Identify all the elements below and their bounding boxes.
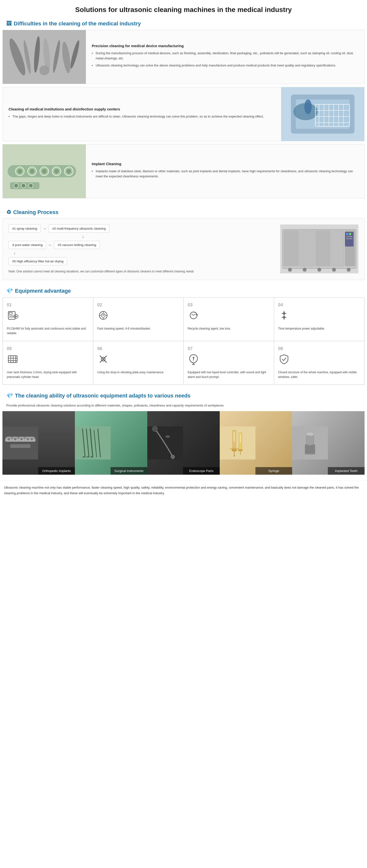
difficulty-heading-3: Implant Cleaning — [92, 162, 359, 166]
teeth-image: Implanted Teeth — [292, 411, 365, 475]
adv-num-4: 04 — [278, 303, 283, 308]
svg-point-112 — [90, 456, 93, 458]
adv-icon-6 — [97, 353, 109, 367]
cleaning-ability-desc: Provide professional ultrasonic cleaning… — [2, 402, 365, 411]
cleaning-ability-title: 💎 The cleaning ability of ultrasonic equ… — [2, 390, 365, 402]
ability-img-endoscope: Endoscope Parts — [147, 411, 220, 475]
ortho-label: Orthopedic Implants — [38, 467, 75, 475]
svg-point-36 — [66, 169, 71, 174]
svg-point-88 — [193, 357, 194, 359]
adv-icon-8 — [278, 353, 290, 367]
difficulty-row-1: Precision cleaning for medical device ma… — [2, 30, 365, 84]
teeth-label: Implanted Teeth — [328, 467, 365, 475]
adv-text-3: Recycle cleaning agent, low loss. — [188, 327, 231, 331]
difficulties-section-title: 🖼 Difficulties in the cleaning of the me… — [2, 18, 365, 30]
process-machine — [280, 224, 359, 274]
svg-rect-129 — [305, 444, 315, 455]
svg-point-40 — [29, 183, 33, 188]
svg-point-99 — [21, 438, 23, 440]
svg-point-39 — [21, 183, 26, 188]
implant-image — [3, 144, 86, 198]
cleaning-icon: ♻ — [6, 209, 11, 215]
svg-rect-44 — [300, 230, 314, 266]
advantage-item-1: 01 PLC&HMI for fully automatic and conti… — [3, 297, 93, 341]
svg-rect-52 — [346, 238, 352, 239]
svg-rect-45 — [316, 230, 330, 266]
adv-text-7: Equipped with low liquid level controlle… — [188, 370, 270, 379]
adv-text-4: Time temperature power adjustable. — [278, 327, 325, 331]
surgical-image: Surgical Instruments — [75, 411, 147, 475]
arrow-down-1: ↓ — [8, 235, 275, 239]
flow-row-3: #5 High efficiency filter hot air drying — [8, 257, 275, 265]
ability-img-teeth: Implanted Teeth — [292, 411, 365, 475]
svg-rect-126 — [238, 449, 243, 451]
svg-point-56 — [332, 268, 336, 272]
advantage-section: 💎 Equipment advantage 01 PLC&HMI for ful… — [0, 285, 367, 390]
advantage-item-3: 03 Recycle cleaning agent, low loss. — [184, 297, 274, 341]
adv-text-6: Using the drop-in vibrating plate,easy m… — [97, 370, 164, 375]
syringe-label: Syringe — [255, 467, 292, 475]
difficulty-bullet-1-1: Ultrasonic cleaning technology can solve… — [92, 63, 359, 68]
svg-point-95 — [8, 438, 10, 440]
svg-point-137 — [306, 432, 314, 436]
difficulty-bullet-1-0: During the manufacturing process of medi… — [92, 51, 359, 61]
difficulty-list-1: During the manufacturing process of medi… — [92, 51, 359, 70]
svg-rect-93 — [10, 444, 30, 448]
svg-point-53 — [288, 268, 292, 272]
svg-point-54 — [303, 268, 307, 272]
adv-icon-4 — [278, 310, 290, 323]
advantage-section-title: 💎 Equipment advantage — [2, 285, 365, 297]
cleaning-machine-image — [281, 87, 364, 141]
difficulty-row-3: Implant Cleaning Implants made of stainl… — [2, 144, 365, 198]
advantage-grid: 01 PLC&HMI for fully automatic and conti… — [2, 297, 365, 385]
advantage-item-4: 04 Time temperature power adjustable. — [274, 297, 365, 341]
adv-num-5: 05 — [7, 346, 12, 351]
svg-point-32 — [42, 169, 47, 174]
svg-point-103 — [31, 438, 33, 440]
flow-steps: #1 spray cleaning → #2 multi-frequency u… — [8, 224, 275, 265]
difficulty-list-2: The gaps, hinges and deep holes in medic… — [8, 114, 275, 121]
ability-icon: 💎 — [6, 393, 13, 399]
svg-point-28 — [17, 169, 22, 174]
surgical-label: Surgical Instruments — [111, 467, 147, 475]
machine-image — [280, 224, 359, 273]
difficulty-bullet-2-0: The gaps, hinges and deep holes in medic… — [8, 114, 275, 119]
adv-num-3: 03 — [188, 303, 193, 308]
arrow-right-1: → — [43, 226, 47, 231]
advantage-icon: 💎 — [6, 288, 13, 294]
process-note: Note: One solution cannot meet all clean… — [8, 269, 275, 274]
svg-point-30 — [30, 169, 34, 174]
difficulties-icon: 🖼 — [6, 21, 12, 27]
flow-step-1: #1 spray cleaning — [8, 224, 41, 232]
endoscope-label: Endoscope Parts — [183, 467, 220, 475]
difficulty-text-1: Precision cleaning for medical device ma… — [86, 30, 364, 84]
svg-point-14 — [304, 99, 312, 114]
flow-row-2: 4 pure water cleaning ← #3 vacuum boilin… — [8, 241, 275, 249]
difficulty-bullet-3-0: Implants made of stainless steel, titani… — [92, 169, 359, 179]
endoscope-image: Endoscope Parts — [147, 411, 220, 475]
cleaning-ability-section: 💎 The cleaning ability of ultrasonic equ… — [0, 390, 367, 479]
advantage-item-8: 08 Closed structure of the whole machine… — [274, 341, 365, 384]
svg-rect-119 — [233, 431, 235, 442]
process-box: #1 spray cleaning → #2 multi-frequency u… — [2, 218, 365, 280]
svg-point-38 — [14, 183, 18, 188]
footer-text: Ultrasonic cleaning machine not only has… — [0, 480, 367, 500]
adv-text-1: PLC&HMI for fully automatic and continuo… — [7, 327, 89, 336]
svg-point-97 — [14, 438, 16, 440]
svg-rect-50 — [349, 233, 351, 235]
svg-point-9 — [39, 65, 49, 75]
svg-point-111 — [86, 456, 89, 458]
adv-icon-3 — [188, 310, 199, 323]
advantage-item-2: 02 Fast cleaning speed, 4-6 minutes/bask… — [93, 297, 184, 341]
svg-rect-49 — [346, 233, 348, 235]
advantage-item-6: 06 Using the drop-in vibrating plate,eas… — [93, 341, 184, 384]
adv-num-6: 06 — [97, 346, 102, 351]
adv-text-5: nner tank thickness 2.0mm, drying tank e… — [7, 370, 89, 379]
svg-point-110 — [82, 456, 85, 458]
adv-icon-2 — [97, 310, 109, 323]
svg-point-114 — [171, 455, 175, 459]
ability-img-surgical: Surgical Instruments — [75, 411, 147, 475]
svg-rect-51 — [346, 236, 352, 237]
svg-rect-90 — [2, 426, 38, 460]
arrow-down-2: ↓ — [8, 251, 275, 255]
